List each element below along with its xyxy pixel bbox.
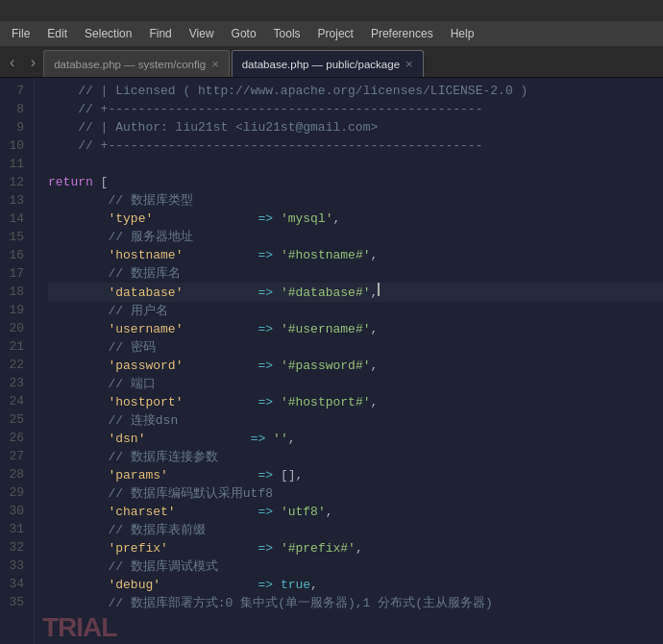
code-segment: ,: [326, 503, 333, 521]
code-segment: =>: [258, 357, 273, 375]
line-number-8: 8: [4, 100, 24, 118]
code-line-14: 'type' => 'mysql',: [48, 210, 663, 228]
line-number-9: 9: [4, 118, 24, 136]
menu-item-selection[interactable]: Selection: [77, 24, 139, 43]
code-segment: return: [48, 173, 93, 191]
code-segment: // 数据库类型: [48, 191, 193, 210]
code-segment: [273, 576, 281, 594]
code-line-35: // 数据库部署方式:0 集中式(单一服务器),1 分布式(主从服务器): [48, 594, 663, 612]
code-segment: ,: [371, 393, 379, 411]
code-line-10: // +------------------------------------…: [48, 136, 663, 155]
line-number-16: 16: [4, 246, 24, 264]
line-number-15: 15: [4, 228, 24, 246]
code-segment: =>: [258, 284, 273, 302]
code-segment: [273, 210, 281, 228]
code-line-22: 'password' => '#password#',: [48, 357, 663, 375]
line-number-19: 19: [4, 301, 24, 319]
code-line-23: // 端口: [48, 375, 663, 393]
tab-bar: ‹ › database.php — system/config×databas…: [0, 46, 663, 78]
code-segment: [273, 393, 281, 411]
code-segment: '#hostport#': [281, 393, 371, 411]
code-segment: [183, 320, 258, 338]
code-segment: // +------------------------------------…: [48, 100, 482, 118]
code-segment: '#username#': [281, 320, 371, 338]
code-segment: // | Author: liu21st <liu21st@gmail.com>: [48, 118, 378, 136]
code-segment: 'password': [108, 357, 183, 375]
code-segment: =>: [258, 503, 273, 521]
code-segment: ,: [371, 357, 379, 375]
code-segment: 'type': [108, 210, 153, 228]
tab-tab1[interactable]: database.php — system/config×: [43, 50, 230, 77]
menu-item-view[interactable]: View: [182, 24, 222, 43]
code-segment: '#database#': [281, 284, 371, 302]
code-segment: [: [93, 173, 109, 191]
code-segment: // 数据库编码默认采用utf8: [48, 484, 273, 503]
line-number-17: 17: [4, 264, 24, 283]
tab-close-tab1[interactable]: ×: [211, 57, 219, 71]
line-number-22: 22: [4, 356, 24, 374]
code-segment: [168, 539, 258, 557]
code-segment: =>: [258, 576, 273, 594]
menu-item-tools[interactable]: Tools: [266, 24, 308, 43]
code-line-9: // | Author: liu21st <liu21st@gmail.com>: [48, 118, 663, 136]
tab-label: database.php — system/config: [54, 59, 206, 70]
code-line-18: 'database' => '#database#',: [48, 283, 663, 302]
code-segment: 'hostname': [108, 246, 183, 264]
code-segment: // 数据库部署方式:0 集中式(单一服务器),1 分布式(主从服务器): [48, 594, 493, 612]
line-number-12: 12: [4, 173, 24, 191]
code-segment: [48, 393, 108, 411]
code-line-15: // 服务器地址: [48, 228, 663, 246]
code-segment: // 数据库表前缀: [48, 521, 206, 539]
menu-item-project[interactable]: Project: [310, 24, 361, 43]
code-line-16: 'hostname' => '#hostname#',: [48, 246, 663, 264]
code-segment: // 数据库连接参数: [48, 448, 218, 466]
code-segment: // 服务器地址: [48, 228, 193, 246]
code-segment: ,: [295, 466, 303, 484]
code-segment: =>: [258, 539, 273, 557]
text-cursor: [378, 283, 380, 296]
code-segment: =>: [251, 430, 266, 448]
code-segment: [183, 393, 258, 411]
code-segment: [48, 357, 108, 375]
menu-item-edit[interactable]: Edit: [39, 24, 75, 43]
code-segment: [48, 210, 108, 228]
tab-nav-next[interactable]: ›: [23, 50, 44, 77]
line-number-13: 13: [4, 191, 24, 210]
menu-item-preferences[interactable]: Preferences: [363, 24, 441, 43]
line-number-34: 34: [4, 575, 24, 593]
code-segment: [273, 503, 281, 521]
menu-item-file[interactable]: File: [4, 24, 37, 43]
menu-item-find[interactable]: Find: [141, 24, 179, 43]
menu-item-goto[interactable]: Goto: [224, 24, 264, 43]
line-numbers: 7891011121314151617181920212223242526272…: [0, 78, 35, 644]
code-line-32: 'prefix' => '#prefix#',: [48, 539, 663, 557]
code-segment: [48, 430, 108, 448]
code-segment: [183, 357, 258, 375]
code-line-31: // 数据库表前缀: [48, 521, 663, 539]
tab-close-tab2[interactable]: ×: [405, 57, 413, 71]
code-segment: 'dsn': [108, 430, 145, 448]
line-number-29: 29: [4, 483, 24, 502]
code-segment: [48, 576, 108, 594]
code-segment: [48, 246, 108, 264]
line-number-26: 26: [4, 429, 24, 447]
line-number-32: 32: [4, 538, 24, 557]
line-number-7: 7: [4, 82, 24, 100]
code-content[interactable]: // | Licensed ( http://www.apache.org/li…: [35, 78, 663, 644]
code-segment: '': [273, 430, 288, 448]
code-segment: 'prefix': [108, 539, 167, 557]
code-segment: 'charset': [108, 503, 175, 521]
code-segment: =>: [258, 210, 273, 228]
code-segment: [265, 430, 273, 448]
tab-nav-prev[interactable]: ‹: [2, 50, 23, 77]
tab-tab2[interactable]: database.php — public/package×: [232, 50, 424, 77]
code-segment: =>: [258, 466, 273, 484]
code-segment: [273, 284, 281, 302]
line-number-30: 30: [4, 502, 24, 520]
code-segment: true: [281, 576, 310, 594]
code-segment: =>: [258, 246, 273, 264]
menu-item-help[interactable]: Help: [443, 24, 482, 43]
code-segment: // 密码: [48, 338, 156, 357]
code-segment: 'debug': [108, 576, 160, 594]
code-line-28: 'params' => [],: [48, 466, 663, 484]
